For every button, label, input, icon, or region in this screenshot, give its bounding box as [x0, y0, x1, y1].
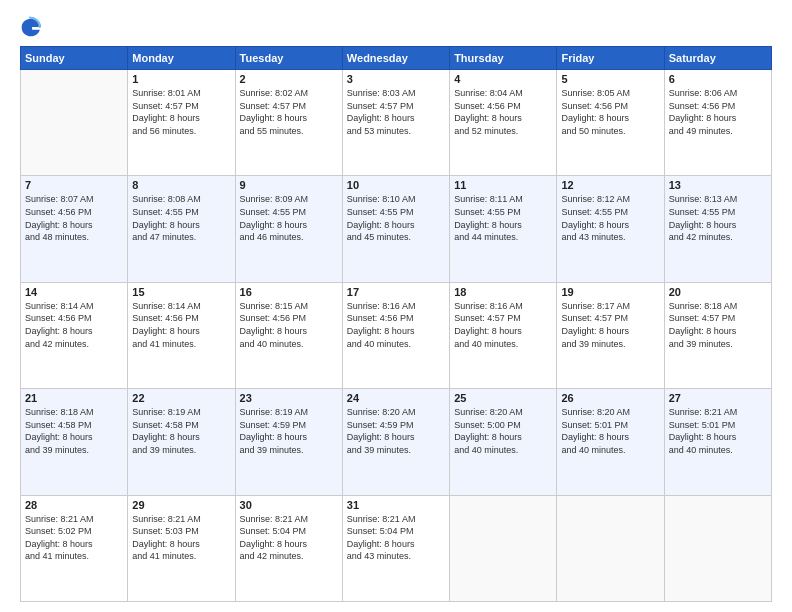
calendar-cell: 23Sunrise: 8:19 AMSunset: 4:59 PMDayligh… [235, 389, 342, 495]
cell-info: Sunrise: 8:20 AMSunset: 4:59 PMDaylight:… [347, 406, 445, 456]
cell-info: Sunrise: 8:16 AMSunset: 4:56 PMDaylight:… [347, 300, 445, 350]
logo [20, 16, 46, 38]
cell-day-number: 14 [25, 286, 123, 298]
cell-info: Sunrise: 8:18 AMSunset: 4:58 PMDaylight:… [25, 406, 123, 456]
cell-day-number: 30 [240, 499, 338, 511]
cell-info: Sunrise: 8:06 AMSunset: 4:56 PMDaylight:… [669, 87, 767, 137]
cell-info: Sunrise: 8:15 AMSunset: 4:56 PMDaylight:… [240, 300, 338, 350]
cell-info: Sunrise: 8:14 AMSunset: 4:56 PMDaylight:… [25, 300, 123, 350]
cell-info: Sunrise: 8:18 AMSunset: 4:57 PMDaylight:… [669, 300, 767, 350]
cell-day-number: 3 [347, 73, 445, 85]
cell-info: Sunrise: 8:02 AMSunset: 4:57 PMDaylight:… [240, 87, 338, 137]
cell-day-number: 1 [132, 73, 230, 85]
calendar-cell: 30Sunrise: 8:21 AMSunset: 5:04 PMDayligh… [235, 495, 342, 601]
cell-day-number: 2 [240, 73, 338, 85]
calendar-cell: 1Sunrise: 8:01 AMSunset: 4:57 PMDaylight… [128, 70, 235, 176]
page: SundayMondayTuesdayWednesdayThursdayFrid… [0, 0, 792, 612]
calendar-cell: 31Sunrise: 8:21 AMSunset: 5:04 PMDayligh… [342, 495, 449, 601]
calendar-cell: 6Sunrise: 8:06 AMSunset: 4:56 PMDaylight… [664, 70, 771, 176]
calendar-cell: 22Sunrise: 8:19 AMSunset: 4:58 PMDayligh… [128, 389, 235, 495]
calendar-cell [450, 495, 557, 601]
calendar-week-row: 14Sunrise: 8:14 AMSunset: 4:56 PMDayligh… [21, 282, 772, 388]
weekday-header-saturday: Saturday [664, 47, 771, 70]
cell-day-number: 5 [561, 73, 659, 85]
cell-info: Sunrise: 8:20 AMSunset: 5:00 PMDaylight:… [454, 406, 552, 456]
cell-day-number: 12 [561, 179, 659, 191]
calendar-cell: 2Sunrise: 8:02 AMSunset: 4:57 PMDaylight… [235, 70, 342, 176]
calendar-cell: 8Sunrise: 8:08 AMSunset: 4:55 PMDaylight… [128, 176, 235, 282]
cell-day-number: 19 [561, 286, 659, 298]
logo-icon [20, 16, 42, 38]
calendar-cell: 5Sunrise: 8:05 AMSunset: 4:56 PMDaylight… [557, 70, 664, 176]
weekday-header-monday: Monday [128, 47, 235, 70]
calendar-cell: 4Sunrise: 8:04 AMSunset: 4:56 PMDaylight… [450, 70, 557, 176]
cell-info: Sunrise: 8:21 AMSunset: 5:02 PMDaylight:… [25, 513, 123, 563]
calendar: SundayMondayTuesdayWednesdayThursdayFrid… [20, 46, 772, 602]
cell-info: Sunrise: 8:08 AMSunset: 4:55 PMDaylight:… [132, 193, 230, 243]
calendar-cell: 19Sunrise: 8:17 AMSunset: 4:57 PMDayligh… [557, 282, 664, 388]
cell-day-number: 31 [347, 499, 445, 511]
cell-day-number: 13 [669, 179, 767, 191]
cell-info: Sunrise: 8:14 AMSunset: 4:56 PMDaylight:… [132, 300, 230, 350]
cell-info: Sunrise: 8:11 AMSunset: 4:55 PMDaylight:… [454, 193, 552, 243]
cell-day-number: 11 [454, 179, 552, 191]
calendar-cell: 9Sunrise: 8:09 AMSunset: 4:55 PMDaylight… [235, 176, 342, 282]
calendar-cell: 28Sunrise: 8:21 AMSunset: 5:02 PMDayligh… [21, 495, 128, 601]
calendar-cell: 11Sunrise: 8:11 AMSunset: 4:55 PMDayligh… [450, 176, 557, 282]
calendar-cell [664, 495, 771, 601]
calendar-cell: 14Sunrise: 8:14 AMSunset: 4:56 PMDayligh… [21, 282, 128, 388]
cell-info: Sunrise: 8:19 AMSunset: 4:59 PMDaylight:… [240, 406, 338, 456]
calendar-cell: 26Sunrise: 8:20 AMSunset: 5:01 PMDayligh… [557, 389, 664, 495]
calendar-cell: 18Sunrise: 8:16 AMSunset: 4:57 PMDayligh… [450, 282, 557, 388]
calendar-cell: 29Sunrise: 8:21 AMSunset: 5:03 PMDayligh… [128, 495, 235, 601]
cell-day-number: 29 [132, 499, 230, 511]
cell-info: Sunrise: 8:09 AMSunset: 4:55 PMDaylight:… [240, 193, 338, 243]
calendar-cell: 25Sunrise: 8:20 AMSunset: 5:00 PMDayligh… [450, 389, 557, 495]
cell-info: Sunrise: 8:16 AMSunset: 4:57 PMDaylight:… [454, 300, 552, 350]
calendar-cell: 3Sunrise: 8:03 AMSunset: 4:57 PMDaylight… [342, 70, 449, 176]
calendar-cell: 12Sunrise: 8:12 AMSunset: 4:55 PMDayligh… [557, 176, 664, 282]
cell-day-number: 10 [347, 179, 445, 191]
calendar-cell [557, 495, 664, 601]
calendar-cell: 16Sunrise: 8:15 AMSunset: 4:56 PMDayligh… [235, 282, 342, 388]
cell-info: Sunrise: 8:17 AMSunset: 4:57 PMDaylight:… [561, 300, 659, 350]
cell-info: Sunrise: 8:21 AMSunset: 5:04 PMDaylight:… [240, 513, 338, 563]
cell-day-number: 23 [240, 392, 338, 404]
calendar-week-row: 21Sunrise: 8:18 AMSunset: 4:58 PMDayligh… [21, 389, 772, 495]
cell-day-number: 4 [454, 73, 552, 85]
cell-day-number: 24 [347, 392, 445, 404]
calendar-cell: 20Sunrise: 8:18 AMSunset: 4:57 PMDayligh… [664, 282, 771, 388]
calendar-cell: 17Sunrise: 8:16 AMSunset: 4:56 PMDayligh… [342, 282, 449, 388]
weekday-header-wednesday: Wednesday [342, 47, 449, 70]
cell-day-number: 20 [669, 286, 767, 298]
cell-day-number: 9 [240, 179, 338, 191]
cell-info: Sunrise: 8:07 AMSunset: 4:56 PMDaylight:… [25, 193, 123, 243]
weekday-header-thursday: Thursday [450, 47, 557, 70]
cell-day-number: 25 [454, 392, 552, 404]
cell-day-number: 27 [669, 392, 767, 404]
weekday-header-tuesday: Tuesday [235, 47, 342, 70]
cell-day-number: 15 [132, 286, 230, 298]
cell-day-number: 16 [240, 286, 338, 298]
cell-info: Sunrise: 8:05 AMSunset: 4:56 PMDaylight:… [561, 87, 659, 137]
calendar-cell: 27Sunrise: 8:21 AMSunset: 5:01 PMDayligh… [664, 389, 771, 495]
cell-day-number: 18 [454, 286, 552, 298]
cell-info: Sunrise: 8:21 AMSunset: 5:03 PMDaylight:… [132, 513, 230, 563]
cell-info: Sunrise: 8:21 AMSunset: 5:04 PMDaylight:… [347, 513, 445, 563]
cell-day-number: 26 [561, 392, 659, 404]
cell-day-number: 28 [25, 499, 123, 511]
cell-info: Sunrise: 8:12 AMSunset: 4:55 PMDaylight:… [561, 193, 659, 243]
cell-info: Sunrise: 8:03 AMSunset: 4:57 PMDaylight:… [347, 87, 445, 137]
cell-info: Sunrise: 8:04 AMSunset: 4:56 PMDaylight:… [454, 87, 552, 137]
cell-day-number: 7 [25, 179, 123, 191]
calendar-cell [21, 70, 128, 176]
cell-day-number: 21 [25, 392, 123, 404]
calendar-cell: 24Sunrise: 8:20 AMSunset: 4:59 PMDayligh… [342, 389, 449, 495]
cell-day-number: 22 [132, 392, 230, 404]
calendar-cell: 21Sunrise: 8:18 AMSunset: 4:58 PMDayligh… [21, 389, 128, 495]
calendar-cell: 15Sunrise: 8:14 AMSunset: 4:56 PMDayligh… [128, 282, 235, 388]
calendar-week-row: 28Sunrise: 8:21 AMSunset: 5:02 PMDayligh… [21, 495, 772, 601]
cell-day-number: 17 [347, 286, 445, 298]
cell-info: Sunrise: 8:01 AMSunset: 4:57 PMDaylight:… [132, 87, 230, 137]
cell-info: Sunrise: 8:13 AMSunset: 4:55 PMDaylight:… [669, 193, 767, 243]
